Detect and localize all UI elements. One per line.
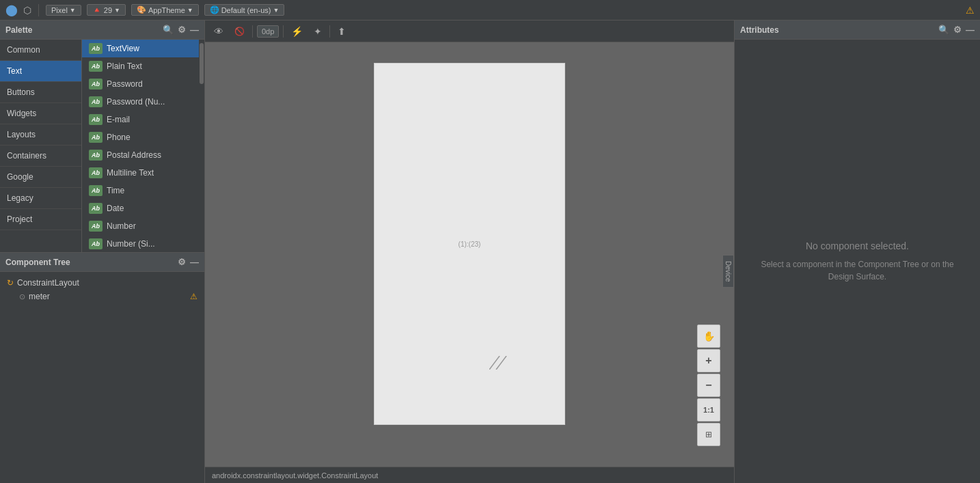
- no-selection-title: No component selected.: [806, 240, 909, 251]
- status-bar: androidx.constraintlayout.widget.Constra…: [205, 467, 734, 483]
- attributes-panel: Attributes 🔍 ⚙ — No component selected. …: [734, 20, 980, 483]
- zoom-reset-btn[interactable]: 1:1: [697, 398, 720, 422]
- password-nu-icon: Ab: [89, 96, 103, 107]
- palette-minimize-icon[interactable]: —: [190, 25, 199, 35]
- palette-title: Palette: [5, 25, 163, 35]
- fit-screen-btn[interactable]: ⊞: [697, 423, 720, 446]
- palette-item-time[interactable]: Ab Time: [82, 182, 199, 199]
- palette-item-password-nu[interactable]: Ab Password (Nu...: [82, 93, 199, 111]
- api-dropdown-icon: ▼: [114, 7, 120, 14]
- palette-item-phone[interactable]: Ab Phone: [82, 128, 199, 146]
- canvas-margin-btn[interactable]: 0dp: [257, 25, 279, 38]
- textview-icon: Ab: [89, 43, 103, 54]
- canvas-orient-tool[interactable]: ⬆: [334, 24, 349, 39]
- canvas-no-tool[interactable]: 🚫: [231, 25, 248, 38]
- password-label: Password: [107, 79, 143, 89]
- pixel-label: Pixel: [51, 6, 68, 14]
- canvas-infer-tool[interactable]: ⚡: [288, 24, 306, 39]
- zoom-in-btn[interactable]: +: [697, 349, 720, 372]
- palette-scrollbar[interactable]: [199, 40, 204, 252]
- theme-selector[interactable]: 🎨 AppTheme ▼: [131, 4, 199, 16]
- category-project[interactable]: Project: [0, 209, 81, 230]
- palette-item-number-si[interactable]: Ab Number (Si...: [82, 235, 199, 252]
- select-tool-icon[interactable]: ⬤: [5, 3, 18, 16]
- float-tools: ✋ + − 1:1 ⊞: [697, 325, 720, 446]
- api-icon: 🔺: [92, 5, 102, 14]
- postal-label: Postal Address: [107, 150, 161, 160]
- plain-text-label: Plain Text: [107, 61, 142, 71]
- palette-item-postal[interactable]: Ab Postal Address: [82, 146, 199, 164]
- main-content: Palette 🔍 ⚙ — Common Text Buttons Widget…: [0, 20, 980, 483]
- theme-dropdown-icon: ▼: [187, 7, 193, 14]
- category-sidebar: Common Text Buttons Widgets Layouts Cont…: [0, 40, 82, 252]
- attributes-search-icon[interactable]: 🔍: [938, 25, 949, 35]
- palette-item-number[interactable]: Ab Number: [82, 217, 199, 235]
- palette-header: Palette 🔍 ⚙ —: [0, 20, 204, 40]
- locale-dropdown-icon: ▼: [273, 7, 279, 14]
- component-tree-title: Component Tree: [5, 258, 178, 267]
- canvas-viewport: (1):(23) ✋ + − 1:1 ⊞ Device: [205, 42, 734, 467]
- draw-tool-icon[interactable]: ⬡: [23, 5, 31, 16]
- palette-item-password[interactable]: Ab Password: [82, 75, 199, 93]
- tree-item-meter[interactable]: ⊙ meter ⚠: [0, 290, 204, 303]
- palette-item-plain-text[interactable]: Ab Plain Text: [82, 57, 199, 75]
- canvas-toolbar: 👁 🚫 0dp ⚡ ✦ ⬆: [205, 20, 734, 42]
- warning-indicator: ⚠: [966, 5, 975, 16]
- palette-search-icon[interactable]: 🔍: [163, 25, 174, 35]
- top-bar: ⬤ ⬡ Pixel ▼ 🔺 29 ▼ 🎨 AppTheme ▼ 🌐 Defaul…: [0, 0, 980, 20]
- component-tree-section: Component Tree ⚙ — ↻ ConstraintLayout ⊙ …: [0, 253, 204, 483]
- category-layouts[interactable]: Layouts: [0, 124, 81, 146]
- palette-scroll-thumb: [200, 43, 204, 84]
- number-icon: Ab: [89, 221, 103, 232]
- diagonal-lines: [489, 356, 510, 370]
- category-text[interactable]: Text: [0, 61, 81, 82]
- canvas-separator-2: [283, 25, 284, 38]
- category-buttons[interactable]: Buttons: [0, 82, 81, 103]
- date-label: Date: [107, 204, 124, 213]
- coord-label: (1):(23): [459, 240, 481, 248]
- palette-settings-icon[interactable]: ⚙: [178, 25, 186, 35]
- phone-icon: Ab: [89, 132, 103, 143]
- category-widgets[interactable]: Widgets: [0, 103, 81, 124]
- password-icon: Ab: [89, 79, 103, 89]
- tree-item-constraint-layout[interactable]: ↻ ConstraintLayout: [0, 276, 204, 290]
- separator-1: [38, 4, 39, 16]
- attributes-minimize-icon[interactable]: —: [966, 25, 975, 35]
- meter-icon: ⊙: [19, 292, 25, 301]
- palette-items-list: Ab TextView Ab Plain Text Ab Password: [82, 40, 199, 252]
- theme-label: AppTheme: [148, 6, 185, 14]
- canvas-separator-3: [329, 25, 330, 38]
- pixel-dropdown-icon: ▼: [70, 7, 76, 14]
- category-common[interactable]: Common: [0, 40, 81, 61]
- component-tree-header-icons: ⚙ —: [178, 257, 199, 267]
- zoom-out-btn[interactable]: −: [697, 374, 720, 397]
- category-containers[interactable]: Containers: [0, 146, 81, 167]
- locale-selector[interactable]: 🌐 Default (en-us) ▼: [204, 4, 285, 16]
- component-tree-minimize-icon[interactable]: —: [190, 257, 199, 267]
- time-label: Time: [107, 186, 124, 195]
- attributes-settings-icon[interactable]: ⚙: [953, 25, 962, 35]
- no-selection-message: No component selected. Select a componen…: [735, 40, 980, 483]
- api-label: 29: [104, 6, 112, 14]
- palette-item-textview[interactable]: Ab TextView: [82, 40, 199, 57]
- palette-item-date[interactable]: Ab Date: [82, 199, 199, 217]
- canvas-eye-tool[interactable]: 👁: [210, 24, 227, 39]
- email-icon: Ab: [89, 114, 103, 125]
- palette-section: Palette 🔍 ⚙ — Common Text Buttons Widget…: [0, 20, 204, 253]
- phone-label: Phone: [107, 133, 131, 142]
- palette-item-email[interactable]: Ab E-mail: [82, 111, 199, 128]
- multiline-icon: Ab: [89, 167, 103, 178]
- pan-tool-btn[interactable]: ✋: [697, 325, 720, 348]
- category-legacy[interactable]: Legacy: [0, 188, 81, 209]
- meter-warning-icon: ⚠: [190, 292, 198, 301]
- palette-item-multiline[interactable]: Ab Multiline Text: [82, 164, 199, 182]
- email-label: E-mail: [107, 115, 130, 124]
- canvas-clear-tool[interactable]: ✦: [310, 24, 325, 39]
- component-tree-header: Component Tree ⚙ —: [0, 253, 204, 272]
- component-tree-settings-icon[interactable]: ⚙: [178, 257, 186, 267]
- time-icon: Ab: [89, 185, 103, 196]
- category-google[interactable]: Google: [0, 167, 81, 188]
- device-side-tab[interactable]: Device: [722, 255, 734, 288]
- api-selector[interactable]: 🔺 29 ▼: [87, 4, 126, 16]
- pixel-selector[interactable]: Pixel ▼: [46, 5, 81, 16]
